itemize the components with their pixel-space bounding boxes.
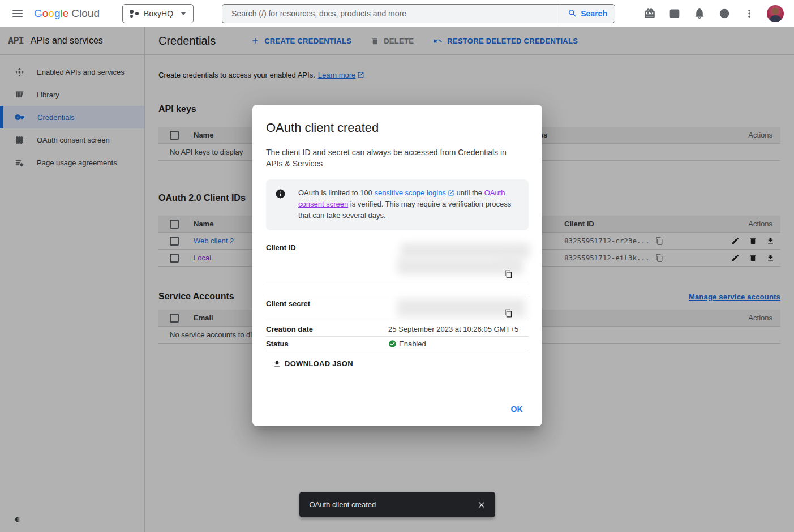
oauth-client-name-link[interactable]: Web client 2	[194, 237, 234, 245]
client-id-value: 83255951712-cr23e...	[564, 237, 650, 245]
column-header-actions: Actions	[748, 220, 780, 228]
search-icon	[568, 8, 577, 18]
column-header-actions: Actions	[748, 314, 780, 322]
account-avatar[interactable]	[767, 5, 784, 22]
project-name: BoxyHQ	[144, 9, 173, 18]
search-input[interactable]	[222, 4, 560, 23]
project-icon	[130, 9, 139, 18]
restore-deleted-credentials-button[interactable]: RESTORE DELETED CREDENTIALS	[433, 36, 578, 46]
oauth-client-created-dialog: OAuth client created The client ID and s…	[252, 105, 542, 426]
status-value: Enabled	[399, 340, 426, 348]
column-header-client-id: Client ID	[564, 220, 594, 228]
client-id-label: Client ID	[266, 239, 388, 282]
sidebar-item-label: Library	[37, 91, 59, 99]
external-link-icon	[448, 190, 454, 196]
more-vert-icon[interactable]	[740, 4, 759, 23]
ok-button[interactable]: OK	[504, 400, 530, 418]
status-label: Status	[266, 340, 388, 348]
library-icon	[15, 90, 24, 100]
intro-text: Create credentials to access your enable…	[158, 71, 315, 79]
plus-icon	[251, 36, 260, 45]
snackbar-message: OAuth client created	[310, 500, 376, 509]
delete-icon[interactable]	[749, 237, 757, 245]
column-header-name: Name	[194, 220, 213, 228]
sidebar-item-label: Enabled APIs and services	[37, 68, 125, 76]
sidebar-item-label: Credentials	[37, 113, 75, 122]
download-icon[interactable]	[766, 254, 775, 262]
trash-icon	[371, 37, 379, 45]
key-icon	[15, 112, 25, 122]
delete-button[interactable]: DELETE	[371, 37, 414, 45]
creation-date-row: Creation date 25 September 2023 at 10:26…	[266, 321, 529, 337]
collapse-sidebar-icon[interactable]	[12, 515, 22, 524]
api-keys-empty-text: No API keys to display	[158, 148, 243, 156]
manage-service-accounts-link[interactable]: Manage service accounts	[689, 293, 780, 301]
download-icon	[273, 359, 281, 368]
search-button[interactable]: Search	[560, 4, 615, 23]
copy-icon[interactable]	[504, 270, 513, 278]
external-link-icon	[357, 71, 364, 79]
client-secret-row: Client secret	[266, 295, 529, 321]
google-cloud-logo[interactable]: Google Cloud	[34, 7, 100, 20]
sidebar-item-library[interactable]: Library	[0, 83, 144, 106]
sidebar-item-credentials[interactable]: Credentials	[0, 106, 144, 128]
dashboard-icon	[15, 67, 24, 77]
page-title: Credentials	[158, 35, 216, 48]
creation-date-value: 25 September 2023 at 10:26:05 GMT+5	[388, 325, 518, 333]
chevron-down-icon	[181, 12, 186, 15]
search-bar: Search	[222, 4, 615, 23]
download-json-button[interactable]: DOWNLOAD JSON	[273, 359, 353, 368]
gift-icon[interactable]	[640, 4, 659, 23]
info-icon	[275, 188, 286, 221]
api-product-icon: API	[8, 35, 24, 46]
sensitive-scope-logins-link[interactable]: sensitive scope logins	[374, 187, 454, 199]
download-icon[interactable]	[766, 237, 775, 245]
menu-icon[interactable]	[8, 4, 27, 23]
notifications-icon[interactable]	[690, 4, 709, 23]
oauth-limit-notice: OAuth is limited to 100 sensitive scope …	[266, 179, 529, 230]
copy-icon[interactable]	[655, 254, 663, 262]
column-header-actions: Actions	[748, 131, 780, 139]
dialog-body-text: The client ID and secret can always be a…	[266, 147, 515, 169]
row-checkbox[interactable]	[170, 254, 179, 263]
creation-date-label: Creation date	[266, 325, 388, 333]
sidebar-title: APIs and services	[31, 36, 103, 46]
copy-icon[interactable]	[655, 237, 663, 245]
agreements-icon	[15, 158, 24, 168]
sidebar-item-label: Page usage agreements	[37, 158, 117, 167]
check-circle-icon	[388, 340, 397, 348]
client-id-row: Client ID	[266, 239, 529, 282]
client-secret-label: Client secret	[266, 295, 388, 321]
row-checkbox[interactable]	[170, 237, 179, 246]
edit-icon[interactable]	[731, 254, 740, 262]
search-button-label: Search	[581, 9, 607, 18]
top-app-bar: Google Cloud BoxyHQ Search	[0, 0, 794, 27]
project-picker[interactable]: BoxyHQ	[122, 4, 194, 23]
select-all-checkbox[interactable]	[170, 314, 179, 323]
select-all-checkbox[interactable]	[170, 220, 179, 229]
delete-icon[interactable]	[749, 254, 757, 262]
cloud-wordmark: Cloud	[71, 7, 100, 20]
status-row: Status Enabled	[266, 337, 529, 351]
client-id-value: 83255951712-eil3k...	[564, 254, 650, 262]
column-header-email: Email	[194, 314, 213, 322]
help-icon[interactable]	[715, 4, 734, 23]
snackbar: OAuth client created	[299, 492, 495, 517]
sidebar-item-enabled-apis[interactable]: Enabled APIs and services	[0, 61, 144, 83]
select-all-checkbox[interactable]	[170, 131, 179, 140]
learn-more-link[interactable]: Learn more	[318, 71, 364, 79]
sidebar-item-oauth-consent[interactable]: OAuth consent screen	[0, 128, 144, 151]
sidebar: API APIs and services Enabled APIs and s…	[0, 27, 145, 532]
close-icon[interactable]	[473, 496, 491, 514]
sidebar-item-page-usage[interactable]: Page usage agreements	[0, 151, 144, 174]
undo-icon	[433, 36, 443, 46]
column-header-name: Name	[194, 131, 213, 139]
create-credentials-button[interactable]: CREATE CREDENTIALS	[251, 36, 351, 45]
sidebar-item-label: OAuth consent screen	[37, 136, 110, 144]
oauth-client-name-link[interactable]: Local	[194, 254, 211, 262]
edit-icon[interactable]	[731, 237, 740, 245]
copy-icon[interactable]	[504, 309, 513, 318]
consent-screen-icon	[15, 135, 24, 145]
cloud-shell-icon[interactable]	[665, 4, 684, 23]
dialog-title: OAuth client created	[266, 121, 529, 135]
